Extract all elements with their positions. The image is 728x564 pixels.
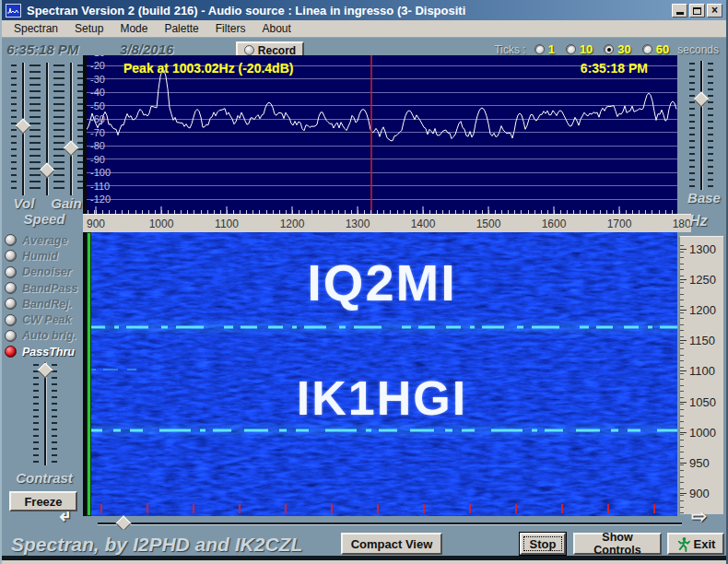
spectrum-plot[interactable]: Peak at 1003.02Hz (-20.4dB) 6:35:18 PM -…: [83, 55, 677, 214]
ticks-option-1[interactable]: 1: [534, 42, 555, 56]
minute-tick: [239, 504, 241, 513]
minute-tick: [561, 504, 563, 513]
slider-thumb[interactable]: [694, 92, 710, 108]
scale-tick-label: 1200: [689, 303, 716, 317]
toggle-label: PassThru: [22, 346, 75, 358]
scale-major-tick: [680, 340, 687, 341]
radio-label: 30: [617, 42, 630, 56]
stop-button[interactable]: Stop: [520, 533, 566, 555]
scale-major-tick: [680, 463, 687, 464]
freq-tick-label: 1800: [666, 217, 691, 230]
db-tick-label: -10: [90, 55, 105, 59]
menu-mode[interactable]: Mode: [112, 21, 156, 36]
toggle-denoiser[interactable]: Denoiser: [5, 264, 83, 280]
scale-major-tick: [680, 249, 687, 250]
slider-thumb[interactable]: [64, 141, 79, 157]
scroll-right-icon[interactable]: ⇨: [691, 505, 707, 527]
slider-track[interactable]: [70, 63, 72, 195]
freq-tick-label: 1100: [208, 217, 245, 230]
freq-tick-label: 1600: [535, 217, 572, 230]
minute-tick: [515, 504, 517, 513]
ticks-option-30[interactable]: 30: [604, 42, 630, 56]
contrast-slider[interactable]: [33, 362, 57, 465]
db-tick-label: -90: [90, 153, 105, 166]
record-led-icon: [244, 45, 254, 55]
toggle-label: Average: [22, 234, 67, 247]
freq-tick-label: 900: [83, 217, 114, 230]
menu-spectran[interactable]: Spectran: [6, 21, 66, 36]
contrast-label: Contrast: [6, 470, 83, 486]
close-icon: ×: [711, 5, 718, 17]
ticks-options: 1103060: [534, 42, 670, 56]
spectrum-trace: [87, 55, 677, 214]
toggle-cw-peak[interactable]: CW Peak: [5, 311, 83, 327]
close-button[interactable]: ×: [707, 4, 722, 18]
show-controls-button[interactable]: Show Controls: [573, 533, 662, 555]
ticks-option-10[interactable]: 10: [566, 42, 593, 56]
scale-major-tick: [680, 493, 687, 494]
slider-ticks: [11, 65, 17, 194]
exit-button[interactable]: Exit: [667, 533, 724, 555]
slider-track[interactable]: [700, 61, 702, 190]
waterfall-display[interactable]: IQ2MI IK1HGI: [83, 232, 677, 516]
minute-tick: [100, 504, 102, 513]
slider-thumb[interactable]: [16, 119, 31, 135]
freeze-button[interactable]: Freeze: [9, 491, 77, 511]
freq-tick-label: 1400: [405, 217, 441, 230]
title-bar[interactable]: Spectran Version 2 (build 216) - Audio s…: [2, 0, 726, 20]
maximize-button[interactable]: [689, 4, 705, 18]
slider-ticks: [33, 364, 39, 464]
scale-tick-label: 1050: [689, 395, 716, 409]
db-tick-label: -70: [90, 126, 105, 139]
exit-label: Exit: [694, 537, 716, 551]
scale-tick-label: 1000: [689, 426, 716, 440]
menu-about[interactable]: About: [253, 21, 299, 36]
radio-icon: [604, 44, 614, 54]
credit-text: Spectran, by I2PHD and IK2CZL: [11, 534, 302, 556]
scroll-track[interactable]: [98, 523, 682, 524]
slider-thumb[interactable]: [38, 363, 53, 379]
toggle-bandpass[interactable]: BandPass: [5, 280, 83, 296]
speed-slider[interactable]: [35, 63, 59, 195]
toggle-average[interactable]: Average: [5, 232, 83, 248]
volume-slider[interactable]: [11, 63, 35, 195]
db-tick-label: -20: [90, 59, 105, 72]
radio-label: 10: [580, 42, 593, 56]
toggle-passthru[interactable]: PassThru: [5, 344, 83, 359]
toggle-humid[interactable]: Humid: [5, 248, 83, 264]
menu-palette[interactable]: Palette: [156, 21, 206, 36]
scroll-thumb[interactable]: [116, 516, 132, 532]
scale-tick-label: 1150: [689, 334, 715, 347]
toggle-label: CW Peak: [22, 313, 72, 326]
menu-bar: SpectranSetupModePaletteFiltersAbout: [2, 20, 726, 38]
peak-readout: Peak at 1003.02Hz (-20.4dB): [123, 61, 293, 76]
led-icon: [5, 330, 17, 342]
spectran-window: Spectran Version 2 (build 216) - Audio s…: [0, 0, 728, 564]
gain-slider[interactable]: [59, 63, 83, 195]
db-tick-label: -60: [90, 112, 105, 125]
slider-thumb[interactable]: [40, 163, 55, 179]
slider-ticks: [59, 65, 65, 194]
menu-setup[interactable]: Setup: [66, 21, 112, 36]
scale-tick-label: 1250: [689, 273, 716, 287]
slider-ticks: [35, 65, 41, 194]
waterfall-scroll-slider[interactable]: [98, 516, 682, 531]
db-tick-label: -50: [90, 100, 105, 112]
minimize-icon: [676, 12, 684, 15]
base-slider[interactable]: [689, 61, 713, 190]
window-title: Spectran Version 2 (build 216) - Audio s…: [27, 4, 672, 18]
ticks-option-60[interactable]: 60: [642, 42, 669, 56]
db-tick-label: -30: [90, 73, 105, 86]
minimize-button[interactable]: [672, 4, 687, 18]
compact-view-button[interactable]: Compact View: [341, 533, 442, 555]
callsign-top: IQ2MI: [87, 253, 677, 312]
frequency-axis: 900100011001200130014001500160017001800: [83, 214, 691, 232]
scale-major-tick: [680, 432, 687, 433]
toggle-auto-brig-[interactable]: Auto brig.: [5, 328, 83, 344]
toggle-bandrej-[interactable]: BandRej.: [5, 296, 83, 311]
minute-tick: [147, 504, 148, 513]
db-tick-label: -120: [90, 193, 111, 206]
toggle-label: Humid: [22, 250, 58, 263]
menu-filters[interactable]: Filters: [207, 21, 254, 36]
speed-label: Speed: [18, 211, 70, 227]
